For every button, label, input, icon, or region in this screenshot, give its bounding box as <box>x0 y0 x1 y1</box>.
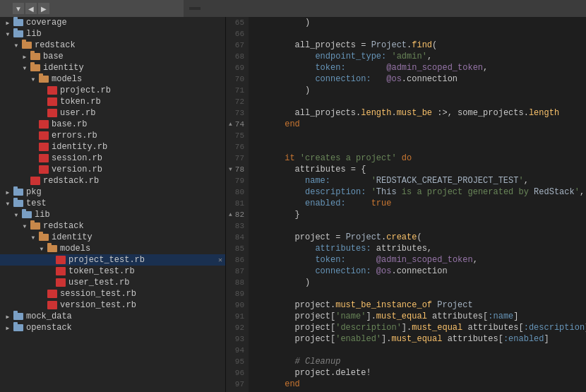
tree-item-lib2[interactable]: ▼lib <box>0 209 225 220</box>
code-line: token: @admin_scoped_token, <box>254 254 586 266</box>
folder-icon <box>38 75 49 83</box>
tree-item-identity1[interactable]: ▼identity <box>0 62 225 73</box>
tree-item-coverage[interactable]: ▶coverage <box>0 17 225 28</box>
code-line: project.delete! <box>254 367 586 379</box>
file-close-btn[interactable]: ✕ <box>218 256 222 264</box>
rb-file-icon <box>47 109 58 117</box>
active-file-tab[interactable] <box>189 7 201 10</box>
rb-file-icon <box>38 131 49 140</box>
tree-item-label: project_test.rb <box>68 255 145 265</box>
code-editor[interactable]: 6566676869707172737475767778798081828384… <box>226 17 586 392</box>
tree-item-identity2[interactable]: ▼identity <box>0 232 225 243</box>
tree-item-label: models <box>52 74 82 84</box>
tree-item-base_rb[interactable]: base.rb <box>0 119 225 130</box>
tree-item-label: errors.rb <box>52 131 97 141</box>
tree-item-version_test_rb[interactable]: version_test.rb <box>0 299 225 311</box>
tree-item-mock_data[interactable]: ▶mock_data <box>0 311 225 322</box>
rb-file-icon <box>30 177 41 185</box>
tree-item-label: redstack <box>35 40 76 50</box>
tree-item-label: user_test.rb <box>68 278 129 287</box>
tree-item-label: token.rb <box>60 97 101 107</box>
nav-forward-btn[interactable]: ▶ <box>38 3 49 14</box>
tree-item-label: mock_data <box>26 311 72 321</box>
tree-item-models2[interactable]: ▼models <box>0 243 225 254</box>
rb-file-icon <box>47 97 58 106</box>
line-number: 82 <box>230 209 244 220</box>
tree-item-label: pkg <box>26 187 42 197</box>
tree-item-label: version_test.rb <box>60 300 136 310</box>
folder-icon <box>21 41 32 49</box>
tree-expand-arrow[interactable]: ▼ <box>11 212 21 218</box>
file-tree[interactable]: ▶coverage▼lib▼redstack▶base▼identity▼mod… <box>0 17 226 392</box>
folder-icon <box>30 52 41 61</box>
tree-item-version_rb[interactable]: version.rb <box>0 164 225 175</box>
tree-item-session_test_rb[interactable]: session_test.rb <box>0 288 225 299</box>
tree-item-redstack_rb[interactable]: redstack.rb <box>0 175 225 186</box>
tree-expand-arrow[interactable]: ▶ <box>20 54 30 60</box>
code-line: ) <box>254 85 586 96</box>
tree-expand-arrow[interactable]: ▼ <box>20 65 30 71</box>
code-line: connection: @os.connection <box>254 73 586 85</box>
line-number: 94 <box>230 345 244 356</box>
line-number: 81 <box>230 198 244 209</box>
nav-back-btn[interactable]: ◀ <box>25 3 37 14</box>
tree-expand-arrow[interactable]: ▶ <box>3 314 13 320</box>
line-number: 80 <box>230 186 244 198</box>
tree-item-user_test_rb[interactable]: user_test.rb <box>0 277 225 288</box>
tree-item-label: redstack.rb <box>43 176 99 186</box>
tree-item-test[interactable]: ▼test <box>0 198 225 209</box>
tree-item-project_rb[interactable]: project.rb <box>0 85 225 96</box>
tree-item-openstack[interactable]: ▶openstack <box>0 322 225 333</box>
line-number: 69 <box>230 62 244 73</box>
code-line: ) <box>254 277 586 288</box>
tree-item-user_rb[interactable]: user.rb <box>0 107 225 119</box>
line-number: 75 <box>230 130 244 141</box>
tree-expand-arrow[interactable]: ▼ <box>3 31 13 37</box>
tree-expand-arrow[interactable]: ▼ <box>37 246 47 252</box>
tree-item-label: openstack <box>26 323 72 333</box>
tree-item-errors_rb[interactable]: errors.rb <box>0 130 225 141</box>
folder-icon <box>13 188 24 196</box>
line-number: 79 <box>230 175 244 186</box>
code-line <box>254 96 586 107</box>
line-number: 95 <box>230 356 244 367</box>
tree-item-label: identity <box>52 232 92 242</box>
tree-expand-arrow[interactable]: ▶ <box>3 189 13 196</box>
code-line: project['description'].must_equal attrib… <box>254 322 586 333</box>
tree-item-models1[interactable]: ▼models <box>0 73 225 85</box>
tree-item-token_rb[interactable]: token.rb <box>0 96 225 107</box>
tree-item-label: token_test.rb <box>68 266 135 276</box>
folder-icon <box>47 244 58 253</box>
tree-expand-arrow[interactable]: ▶ <box>3 20 13 26</box>
tree-expand-arrow[interactable]: ▼ <box>28 76 38 83</box>
tree-item-project_test_rb[interactable]: project_test.rb✕ <box>0 254 225 266</box>
tree-item-lib[interactable]: ▼lib <box>0 28 225 40</box>
line-number: 83 <box>230 220 244 232</box>
line-number: 76 <box>230 141 244 153</box>
folder-icon <box>13 199 24 208</box>
folder-icon <box>30 222 41 230</box>
tree-item-label: lib <box>35 210 50 220</box>
code-line: all_projects = Project.find( <box>254 40 586 51</box>
code-line: attributes: attributes, <box>254 243 586 254</box>
tree-expand-arrow[interactable]: ▼ <box>11 42 21 49</box>
line-number: 88 <box>230 277 244 288</box>
tree-item-label: identity <box>43 63 84 73</box>
tree-item-redstack1[interactable]: ▼redstack <box>0 40 225 51</box>
tree-item-base[interactable]: ▶base <box>0 51 225 62</box>
tree-expand-arrow[interactable]: ▼ <box>3 201 13 207</box>
tree-expand-arrow[interactable]: ▼ <box>28 234 38 241</box>
tree-item-token_test_rb[interactable]: token_test.rb <box>0 266 225 277</box>
tree-item-identity_rb[interactable]: identity.rb <box>0 141 225 153</box>
rb-file-icon <box>38 154 49 162</box>
line-number: 96 <box>230 367 244 379</box>
tree-item-pkg[interactable]: ▶pkg <box>0 186 225 198</box>
nav-buttons: ▼ ◀ ▶ <box>13 3 49 14</box>
tree-expand-arrow[interactable]: ▼ <box>20 223 30 230</box>
code-line: # Cleanup <box>254 356 586 367</box>
tree-item-session_rb[interactable]: session.rb <box>0 153 225 164</box>
nav-down-btn[interactable]: ▼ <box>13 3 24 14</box>
tree-item-label: coverage <box>26 18 67 28</box>
tree-item-redstack2[interactable]: ▼redstack <box>0 220 225 232</box>
tree-expand-arrow[interactable]: ▶ <box>3 325 13 331</box>
